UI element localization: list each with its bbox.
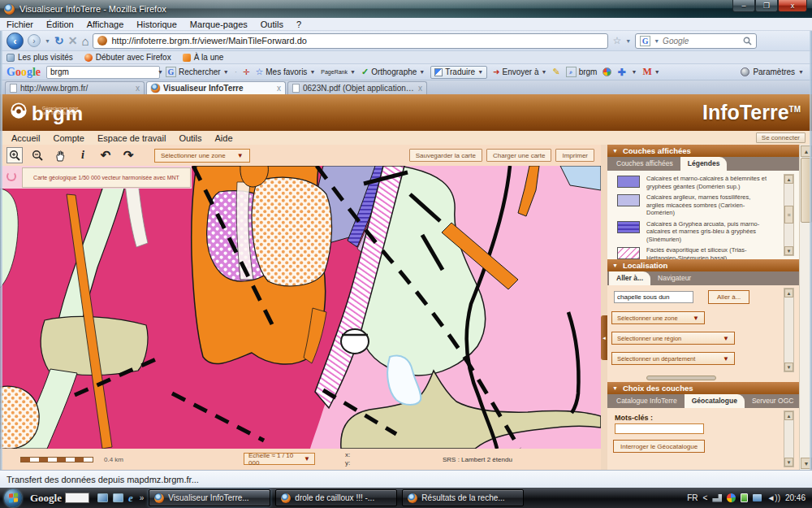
print-button[interactable]: Imprimer — [555, 149, 594, 162]
bookmark-latest-headlines[interactable]: À la une — [183, 53, 224, 62]
site-search-button[interactable]: ⌕brgm — [566, 67, 598, 77]
menu-aide[interactable]: ? — [296, 20, 301, 29]
menu-marque-pages[interactable]: Marque-pages — [190, 20, 248, 29]
highlighter-icon[interactable]: ✎ — [552, 67, 559, 77]
localisation-scrollbar[interactable]: ▲ ▼ — [784, 288, 794, 372]
horizontal-scroll-thumb[interactable] — [646, 376, 716, 380]
search-magnifier-icon[interactable] — [743, 37, 752, 46]
add-button-icon[interactable]: ✚ — [617, 67, 625, 78]
legend-scrollbar[interactable]: ▲ ≡ ▼ — [784, 174, 794, 256]
nav-accueil[interactable]: Accueil — [11, 133, 40, 143]
scale-select-dropdown[interactable]: Echelle ≈ 1 / 10 000▼ — [244, 453, 315, 465]
zoom-out-tool[interactable] — [29, 147, 45, 163]
gmail-button[interactable]: M▼ — [642, 66, 659, 78]
tab-close-icon[interactable]: x — [277, 84, 281, 93]
add-dropdown-icon[interactable]: ▼ — [632, 69, 637, 75]
localisation-panel-header[interactable]: ▼ Localisation — [607, 259, 799, 271]
window-titlebar[interactable]: Visualiseur InfoTerre - Mozilla Firefox … — [0, 0, 812, 18]
pagerank-indicator[interactable]: PageRank▼ — [321, 69, 356, 75]
app-tray-icon[interactable] — [727, 493, 736, 502]
query-geocatalogue-button[interactable]: Interroger le Géocatalogue — [613, 440, 705, 453]
google-engine-icon[interactable]: G — [640, 36, 650, 46]
info-tool[interactable]: i — [75, 147, 91, 163]
window-switcher-icon[interactable] — [113, 493, 123, 502]
sendto-button[interactable]: ➜Envoyer à▼ — [493, 67, 546, 76]
spellcheck-button[interactable]: ✓Orthographe▼ — [361, 67, 425, 77]
gadget-icon[interactable] — [603, 67, 611, 76]
keywords-input[interactable] — [615, 423, 704, 434]
history-dropdown-icon[interactable]: ▼ — [45, 38, 50, 44]
pan-tool[interactable] — [52, 147, 68, 163]
engine-dropdown-icon[interactable]: ▼ — [654, 38, 659, 44]
url-input[interactable] — [111, 36, 603, 46]
forward-button[interactable]: › — [28, 34, 41, 47]
zone-select-dropdown[interactable]: Sélectionner une zone▼ — [154, 149, 250, 163]
choix-panel-header[interactable]: ▼ Choix des couches — [607, 382, 799, 394]
scroll-up-icon[interactable]: ▲ — [784, 411, 793, 420]
tab-aller-a[interactable]: Aller à... — [609, 271, 650, 285]
maximize-button[interactable]: ❐ — [755, 0, 778, 12]
reload-icon[interactable]: ↻ — [54, 34, 64, 47]
clock[interactable]: 20:46 — [785, 493, 806, 502]
bookmark-dropdown-icon[interactable]: ▼ — [625, 38, 631, 44]
network-icon[interactable] — [712, 494, 722, 502]
tab-serveur-ogc[interactable]: Serveur OGC — [745, 394, 801, 408]
layers-panel-header[interactable]: ▼ Couches affichées — [607, 145, 799, 157]
menu-affichage[interactable]: Affichage — [87, 20, 124, 29]
nav-espace-travail[interactable]: Espace de travail — [97, 133, 166, 143]
tab-close-icon[interactable]: x — [136, 84, 140, 93]
choix-scrollbar[interactable]: ▲ ▼ — [784, 410, 794, 467]
tab-visualiseur-infoterre[interactable]: Visualiseur InfoTerre x — [146, 81, 286, 94]
select-zone-dropdown[interactable]: Sélectionner une zone▼ — [611, 311, 705, 324]
tab-couches-affichees[interactable]: Couches affichées — [609, 157, 680, 171]
query-dropdown-icon[interactable]: ▼ — [158, 69, 163, 75]
url-bar[interactable] — [93, 33, 608, 49]
load-map-button[interactable]: Charger une carte — [486, 149, 551, 162]
scroll-up-icon[interactable]: ▲ — [784, 289, 793, 297]
tab-pdf[interactable]: 0623N.pdf (Objet application/pdf) x — [287, 81, 427, 94]
menu-outils[interactable]: Outils — [261, 20, 283, 29]
panel-collapse-handle[interactable]: ◄ — [601, 315, 607, 360]
toolbar-settings[interactable]: Paramètres▼ — [741, 67, 804, 76]
brgm-logo[interactable]: brgm Géosciences pour une Terre durable — [10, 99, 84, 122]
scroll-down-icon[interactable]: ▼ — [784, 363, 793, 371]
scroll-up-icon[interactable]: ▲ — [784, 175, 793, 184]
select-region-dropdown[interactable]: Sélectionner une région▼ — [611, 332, 735, 345]
bookmark-most-visited[interactable]: Les plus visités — [6, 53, 73, 62]
crosshair-icon[interactable]: ✛ — [243, 67, 249, 76]
select-departement-dropdown[interactable]: Sélectionner un département▼ — [611, 352, 735, 365]
scroll-down-icon[interactable]: ▼ — [784, 246, 793, 255]
taskbar-window-cailloux[interactable]: drole de cailloux !!! -... — [275, 489, 397, 506]
taskbar-window-resultats[interactable]: Résultats de la reche... — [402, 489, 524, 506]
language-indicator[interactable]: FR — [687, 493, 698, 502]
place-search-input[interactable] — [614, 291, 693, 303]
save-map-button[interactable]: Sauvegarder la carte — [409, 149, 482, 162]
bookmark-star-icon[interactable]: ☆ — [612, 35, 621, 46]
menu-fichier[interactable]: Fichier — [6, 20, 33, 29]
menu-edition[interactable]: Édition — [46, 20, 74, 29]
menu-historique[interactable]: Historique — [136, 20, 177, 29]
redo-tool[interactable]: ↷ — [120, 147, 136, 163]
toolbar-chevron-icon[interactable]: » — [140, 493, 145, 502]
google-search-field[interactable]: ▼ — [46, 66, 160, 79]
volume-icon[interactable]: ◄)) — [767, 493, 780, 502]
internet-explorer-icon[interactable]: e — [128, 492, 133, 505]
tab-navigateur[interactable]: Navigateur — [650, 271, 698, 285]
stop-icon[interactable]: ✕ — [68, 34, 78, 47]
tab-close-icon[interactable]: x — [418, 84, 422, 93]
close-button[interactable]: x — [778, 0, 807, 12]
home-icon[interactable]: ⌂ — [81, 34, 89, 48]
geological-map-canvas[interactable]: Carte géologique 1/50 000 vecteur harmon… — [0, 166, 601, 449]
printer-tray-icon[interactable] — [753, 494, 762, 501]
translate-button[interactable]: Traduire▼ — [430, 66, 487, 79]
back-button[interactable]: ‹ — [6, 33, 24, 50]
bookmark-getting-started[interactable]: Débuter avec Firefox — [84, 53, 171, 62]
show-desktop-icon[interactable] — [97, 493, 108, 502]
scroll-thumb[interactable]: ≡ — [784, 206, 793, 224]
tray-expand-icon[interactable]: < — [703, 493, 708, 502]
zoom-in-tool[interactable] — [6, 147, 23, 163]
start-button[interactable] — [4, 489, 22, 507]
nav-aide[interactable]: Aide — [215, 133, 233, 143]
goto-button[interactable]: Aller à... — [708, 290, 749, 304]
google-search-button[interactable]: GRechercher▼ — [166, 67, 229, 77]
